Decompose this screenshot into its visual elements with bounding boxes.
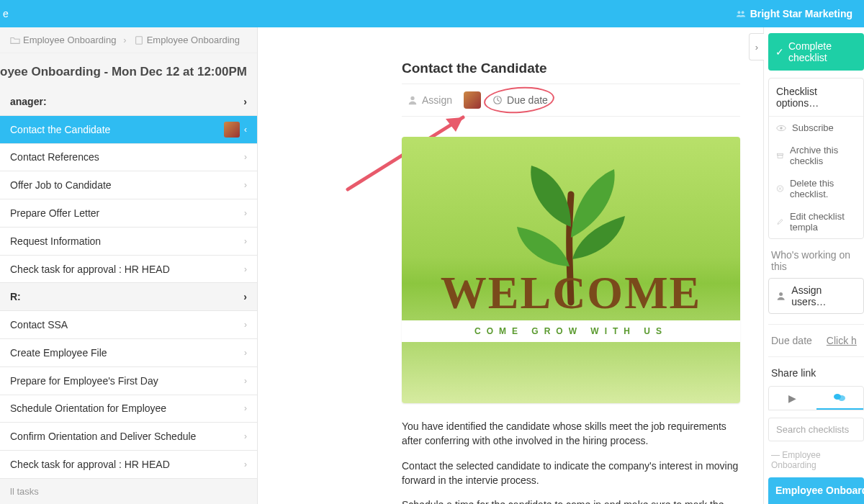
avatar[interactable]: [464, 91, 481, 109]
working-on-heading: Who's working on this: [771, 249, 864, 272]
breadcrumb-label-2: Employee Onboarding: [147, 35, 240, 45]
svg-rect-8: [778, 155, 783, 158]
task-item[interactable]: Check task for approval : HR HEAD›: [0, 256, 257, 284]
checklist-card-title: Employee Onboardin: [775, 485, 864, 496]
chevron-right-icon: ›: [244, 459, 247, 469]
task-label: Check task for approval : HR HEAD: [10, 264, 170, 275]
section-header-label: anager:: [10, 96, 47, 107]
main-content: Contact the Candidate Assign Due date WE…: [258, 27, 763, 504]
right-drawer: › ✓ Complete checklist Checklist options…: [763, 27, 864, 504]
due-date-button[interactable]: Due date: [492, 94, 548, 106]
due-date-label: Due date: [507, 94, 548, 106]
share-link-heading: Share link: [771, 367, 864, 379]
chevron-right-icon: ›: [244, 348, 247, 358]
paragraph: Contact the selected candidate to indica…: [402, 459, 740, 488]
left-panel: Employee Onboarding › Employee Onboardin…: [0, 27, 258, 504]
search-checklists-input[interactable]: Search checklists: [768, 418, 864, 441]
tab-run[interactable]: ▶: [769, 387, 816, 410]
chevron-right-icon: ›: [244, 236, 247, 246]
page-title: oyee Onboarding - Mon Dec 12 at 12:00PM: [0, 53, 257, 88]
svg-rect-2: [135, 36, 142, 44]
option-label: Subscribe: [792, 122, 834, 133]
chevron-right-icon: ›: [244, 208, 247, 218]
user-icon: [776, 291, 786, 301]
task-item[interactable]: Confirm Orientation and Deliver Schedule…: [0, 423, 257, 451]
svg-point-3: [410, 96, 414, 100]
placeholder-text: Search checklists: [776, 424, 849, 435]
chevron-right-icon: ›: [244, 264, 247, 274]
section-header-manager[interactable]: anager: ›: [0, 88, 257, 116]
task-label: Prepare for Employee's First Day: [10, 375, 158, 387]
assign-users-button[interactable]: Assign users…: [768, 278, 864, 314]
task-action-row: Assign Due date: [402, 84, 740, 117]
task-item-contact-candidate[interactable]: Contact the Candidate ‹: [0, 116, 257, 144]
assign-users-label: Assign users…: [791, 284, 856, 307]
tab-comments[interactable]: [816, 387, 864, 410]
delete-option[interactable]: Delete this checklist.: [769, 172, 863, 205]
top-bar: e Bright Star Marketing: [0, 0, 864, 27]
subscribe-option[interactable]: Subscribe: [769, 117, 863, 139]
due-date-link[interactable]: Click h: [827, 335, 857, 346]
breadcrumb-item-1[interactable]: Employee Onboarding: [10, 35, 116, 45]
archive-option[interactable]: Archive this checklis: [769, 139, 863, 172]
all-tasks-link[interactable]: ll tasks: [0, 479, 257, 504]
eye-icon: [776, 123, 786, 133]
section-header-hr[interactable]: R: ›: [0, 283, 257, 311]
task-label: Contact References: [10, 151, 99, 163]
complete-label: Complete checklist: [788, 40, 857, 63]
svg-point-10: [779, 292, 783, 296]
edit-template-option[interactable]: Edit checklist templa: [769, 205, 863, 238]
org-name: Bright Star Marketing: [750, 8, 852, 19]
assign-button[interactable]: Assign: [408, 94, 452, 106]
chevron-right-icon: ›: [244, 376, 247, 386]
checklist-group-label: — Employee Onboarding: [771, 450, 864, 470]
task-item[interactable]: Offer Job to Candidate›: [0, 171, 257, 199]
collapse-drawer-button[interactable]: ›: [749, 33, 764, 60]
checklist-card[interactable]: Employee Onboardin: [768, 477, 864, 504]
welcome-heading: WELCOME: [402, 266, 740, 320]
complete-checklist-button[interactable]: ✓ Complete checklist: [768, 33, 864, 71]
task-label: Request Information: [10, 235, 101, 247]
task-item[interactable]: Create Employee File›: [0, 339, 257, 367]
breadcrumb-label-1: Employee Onboarding: [23, 35, 116, 45]
svg-point-12: [838, 395, 845, 401]
task-item[interactable]: Contact SSA›: [0, 311, 257, 339]
welcome-image: WELCOME COME GROW WITH US: [402, 137, 740, 403]
document-icon: [134, 35, 144, 45]
chat-icon: [834, 393, 845, 402]
task-body: You have identified the candidate whose …: [402, 419, 740, 504]
org-switcher[interactable]: Bright Star Marketing: [736, 8, 852, 19]
task-item[interactable]: Prepare Offer Letter›: [0, 199, 257, 228]
app-corner-text: e: [0, 0, 9, 27]
option-label: Delete this checklist.: [790, 178, 856, 199]
due-date-row: Due date Click h: [768, 324, 864, 357]
breadcrumb: Employee Onboarding › Employee Onboardin…: [0, 27, 257, 53]
group-icon: [736, 9, 746, 19]
task-label: Schedule Orientation for Employee: [10, 402, 166, 414]
drawer-tabs: ▶: [768, 386, 864, 410]
task-item[interactable]: Prepare for Employee's First Day›: [0, 367, 257, 395]
paragraph: You have identified the candidate whose …: [402, 419, 740, 449]
task-label: Confirm Orientation and Deliver Schedule: [10, 431, 196, 442]
clock-icon: [492, 95, 503, 105]
option-label: Archive this checklis: [790, 145, 856, 166]
check-icon: ✓: [775, 46, 784, 58]
task-item[interactable]: Schedule Orientation for Employee›: [0, 395, 257, 423]
task-item[interactable]: Check task for approval : HR HEAD›: [0, 451, 257, 479]
chevron-right-icon: ›: [244, 180, 247, 190]
chevron-right-icon: ›: [243, 291, 247, 302]
breadcrumb-item-2[interactable]: Employee Onboarding: [134, 35, 240, 45]
task-item[interactable]: Request Information›: [0, 228, 257, 256]
task-item[interactable]: Contact References›: [0, 144, 257, 172]
play-icon: ▶: [788, 392, 796, 404]
task-label: Contact SSA: [10, 319, 68, 330]
section-header-label: R:: [10, 291, 21, 302]
chevron-right-icon: ›: [244, 431, 247, 441]
group-label-text: Employee Onboarding: [771, 450, 821, 470]
task-label: Offer Job to Candidate: [10, 179, 112, 191]
chevron-right-icon: ›: [123, 35, 126, 45]
task-label: Create Employee File: [10, 347, 107, 359]
checklist-options-toggle[interactable]: Checklist options…: [769, 78, 863, 117]
chevron-right-icon: ›: [755, 42, 758, 53]
task-label: Prepare Offer Letter: [10, 207, 99, 219]
